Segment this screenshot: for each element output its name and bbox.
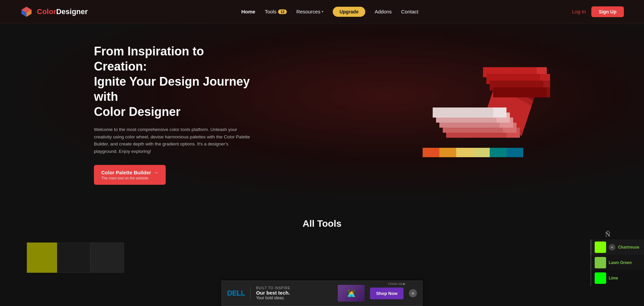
tool-card-olive	[27, 243, 57, 273]
ad-label[interactable]: Choisir iad ▶	[388, 282, 406, 286]
nav-contact[interactable]: Contact	[401, 9, 419, 14]
ad-shop-button[interactable]: Shop Now	[370, 288, 404, 299]
ad-tagline: BUILT TO INSPIRE	[256, 286, 332, 290]
arrow-icon: →	[154, 170, 158, 175]
hero-section: From Inspiration to Creation:Ignite Your…	[0, 24, 644, 205]
hero-illustration	[402, 60, 550, 168]
svg-rect-37	[439, 148, 456, 157]
n-icon: Ñ	[605, 230, 610, 239]
logo-icon	[20, 5, 33, 18]
side-color-name-2: Lawn Green	[609, 260, 632, 265]
cta-button[interactable]: Color Palette Builder → The main tool on…	[94, 165, 166, 185]
side-color-name-3: Lime	[609, 276, 618, 280]
svg-marker-35	[547, 87, 550, 97]
login-link[interactable]: Log In	[572, 9, 586, 14]
cta-title: Color Palette Builder →	[101, 170, 158, 175]
side-color-preview: × Chartreuse Lawn Green Lime	[590, 239, 644, 286]
dell-logo: DELL	[227, 289, 245, 298]
side-close-button[interactable]: ×	[609, 244, 615, 251]
navbar: ColorDesigner Home Tools 12 Resources ▾ …	[0, 0, 644, 24]
ad-sub: Your bold ideas.	[256, 296, 332, 300]
ad-divider	[250, 287, 251, 300]
svg-rect-36	[423, 148, 439, 157]
nav-addons[interactable]: Addons	[375, 9, 392, 14]
all-tools-title: All Tools	[0, 218, 644, 229]
svg-marker-23	[493, 107, 506, 118]
nav-center: Home Tools 12 Resources ▾ Upgrade Addons…	[241, 7, 418, 17]
nav-home[interactable]: Home	[241, 9, 255, 14]
side-color-chartreuse	[595, 242, 606, 253]
svg-rect-40	[490, 148, 506, 157]
hero-visual	[402, 60, 550, 168]
ad-close-button[interactable]: ×	[409, 289, 417, 297]
hero-content: From Inspiration to Creation:Ignite Your…	[94, 44, 258, 185]
tool-card-dark	[57, 243, 91, 273]
tool-card-2	[91, 243, 124, 273]
chevron-down-icon: ▾	[322, 10, 323, 13]
ad-text-block: BUILT TO INSPIRE Our best tech. Your bol…	[256, 286, 332, 300]
tools-count-badge: 12	[278, 9, 287, 14]
hero-description: Welcome to the most comprehensive color …	[94, 126, 252, 155]
hero-title: From Inspiration to Creation:Ignite Your…	[94, 44, 258, 119]
side-color-name-1: Chartreuse	[618, 245, 639, 250]
svg-marker-22	[433, 107, 493, 118]
side-color-lime	[595, 272, 606, 284]
svg-marker-34	[493, 87, 547, 97]
auth-area: Log In Sign Up	[572, 6, 624, 17]
ad-banner: Choisir iad ▶ DELL BUILT TO INSPIRE Our …	[221, 280, 423, 306]
cta-subtitle: The main tool on the website	[101, 176, 149, 180]
nav-tools[interactable]: Tools 12	[265, 9, 287, 14]
tools-preview	[0, 236, 644, 273]
svg-rect-39	[473, 148, 490, 157]
ad-headline: Our best tech.	[256, 290, 332, 296]
nav-resources[interactable]: Resources ▾	[296, 9, 323, 14]
svg-rect-41	[506, 148, 523, 157]
all-tools-section: All Tools	[0, 205, 644, 236]
logo-area: ColorDesigner	[20, 5, 88, 18]
logo-text: ColorDesigner	[37, 7, 88, 16]
svg-rect-38	[456, 148, 473, 157]
ad-image: 👩‍💻	[338, 285, 365, 302]
side-color-lawngreen	[595, 257, 606, 268]
upgrade-button[interactable]: Upgrade	[333, 7, 365, 17]
signup-button[interactable]: Sign Up	[591, 6, 624, 17]
